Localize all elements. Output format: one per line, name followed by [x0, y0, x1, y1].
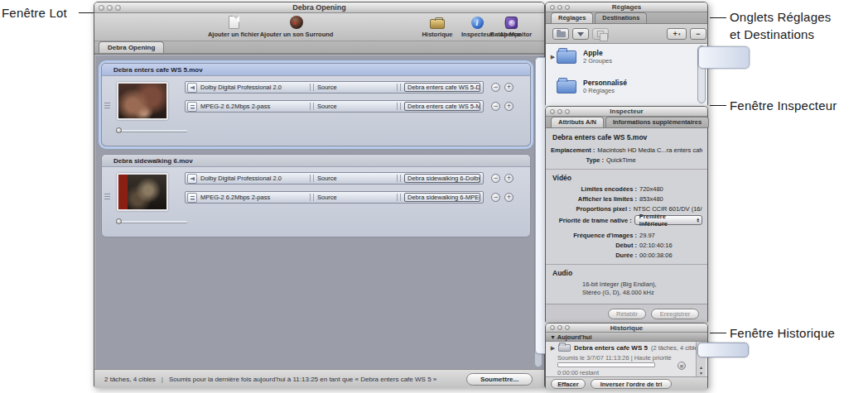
- add-target-button[interactable]: +: [504, 83, 514, 92]
- remove-setting-button[interactable]: −: [690, 28, 706, 40]
- audio-setting-icon: [187, 174, 197, 184]
- job-1-target-1[interactable]: Dolby Digital Professional 2.0 Source De…: [185, 81, 484, 93]
- settings-titlebar[interactable]: Réglages: [546, 2, 707, 12]
- job-1-drag-handle[interactable]: [104, 101, 110, 110]
- field-order-popup[interactable]: Première inférieure ▲▼: [634, 215, 702, 225]
- history-entry[interactable]: ▶ Debra enters cafe WS 5 (2 tâches, 4 ci…: [549, 344, 703, 352]
- remove-target-button[interactable]: −: [491, 174, 500, 183]
- zoom-button[interactable]: [565, 5, 570, 10]
- batch-monitor-icon: [505, 15, 518, 30]
- target-output-filename[interactable]: Debra enters cafe WS 5-MPEG-2 6.2...: [404, 102, 480, 111]
- minimize-button[interactable]: [557, 325, 562, 330]
- job-1-scrubber[interactable]: [116, 127, 187, 133]
- scrollbar-thumb[interactable]: [698, 46, 750, 69]
- close-button[interactable]: [550, 325, 555, 330]
- minus-icon: −: [696, 31, 700, 38]
- job-card-2[interactable]: Debra sidewalking 6.mov Dolby Digital Pr…: [101, 154, 531, 237]
- tab-destinations[interactable]: Destinations: [595, 12, 647, 23]
- disclosure-triangle-icon[interactable]: ▶: [549, 54, 557, 60]
- settings-group-personnalise[interactable]: Personnalisé 0 Réglages: [557, 79, 627, 94]
- tab-reglages[interactable]: Réglages: [551, 12, 593, 23]
- folder-icon: [557, 80, 576, 93]
- field-divider: [397, 175, 401, 182]
- video-section-title: Vidéo: [552, 174, 702, 182]
- zoom-button[interactable]: [565, 325, 570, 330]
- zoom-button[interactable]: [115, 5, 121, 11]
- duplicate-button[interactable]: [592, 28, 609, 40]
- add-surround-button[interactable]: Ajouter un son Surround: [257, 15, 336, 38]
- remove-target-button[interactable]: −: [491, 193, 500, 202]
- minimize-button[interactable]: [557, 5, 562, 10]
- job-2-target-2[interactable]: MPEG-2 6.2Mbps 2-pass Source Debra sidew…: [185, 191, 484, 204]
- window-controls: [550, 325, 570, 330]
- batch-titlebar[interactable]: Debra Opening: [94, 2, 544, 13]
- target-output-filename[interactable]: Debra sidewalking 6-MPEG-2 6.2M...: [404, 193, 480, 202]
- video-setting-icon: [187, 193, 197, 203]
- disclosure-triangle-icon[interactable]: ▶: [549, 345, 557, 352]
- scrubber-knob[interactable]: [116, 127, 122, 133]
- disclosure-triangle-icon[interactable]: ▼: [550, 334, 556, 340]
- filter-button[interactable]: [572, 28, 589, 40]
- inspector-footer: Rétablir Enregistrer: [546, 304, 707, 324]
- batch-scrollbar[interactable]: [534, 56, 542, 367]
- remove-target-button[interactable]: −: [491, 102, 500, 111]
- inspector-window: Inspecteur Attributs A/N Informations su…: [545, 106, 708, 323]
- minimize-button[interactable]: [107, 5, 113, 11]
- settings-group-apple[interactable]: ▶ Apple 2 Groupes: [549, 49, 612, 65]
- revert-button[interactable]: Rétablir: [608, 309, 646, 319]
- frame-rate-label: Fréquence d'images :: [551, 232, 637, 239]
- history-scrollbar[interactable]: ▲ ▼: [696, 342, 706, 376]
- target-output-filename[interactable]: Debra sidewalking 6-Dolby Digital...: [404, 174, 480, 183]
- settings-list: ▶ Apple 2 Groupes Personnalisé 0 Réglage…: [546, 44, 707, 107]
- add-setting-button[interactable]: +▾: [667, 28, 687, 40]
- cancel-icon[interactable]: ✕: [678, 362, 686, 370]
- history-window-title: Historique: [546, 324, 707, 332]
- history-remaining: 0:00:00 restant: [557, 369, 599, 376]
- close-button[interactable]: [550, 109, 555, 114]
- add-target-button[interactable]: +: [504, 174, 514, 183]
- scroll-up-icon[interactable]: ▲: [697, 365, 706, 370]
- save-button[interactable]: Enregistrer: [651, 309, 699, 319]
- add-target-button[interactable]: +: [504, 193, 514, 202]
- inspector-titlebar[interactable]: Inspecteur: [546, 107, 707, 117]
- start-label: Début :: [551, 242, 637, 249]
- job-2-scrubber[interactable]: [116, 218, 187, 224]
- close-button[interactable]: [99, 5, 104, 11]
- job-1-target-2[interactable]: MPEG-2 6.2Mbps 2-pass Source Debra enter…: [185, 100, 484, 113]
- clear-button[interactable]: Effacer: [551, 379, 586, 389]
- batch-monitor-button[interactable]: Batch Monitor: [485, 15, 538, 38]
- scrubber-knob[interactable]: [116, 218, 122, 224]
- history-group-header[interactable]: ▼ Aujourd'hui: [546, 333, 707, 342]
- job-2-target-1[interactable]: Dolby Digital Professional 2.0 Source De…: [185, 172, 484, 185]
- callout-line-inspector: [710, 105, 726, 106]
- submit-button[interactable]: Soumettre...: [466, 373, 533, 386]
- callout-tabs-label: Onglets Réglages et Destinations: [730, 10, 831, 41]
- type-label: Type :: [551, 156, 604, 164]
- scroll-down-icon[interactable]: ▼: [697, 371, 706, 376]
- settings-scrollbar[interactable]: [697, 46, 706, 103]
- tab-attributs-av[interactable]: Attributs A/N: [551, 117, 604, 127]
- history-titlebar[interactable]: Historique: [546, 324, 707, 333]
- history-toolbar-button[interactable]: Historique: [417, 15, 458, 38]
- close-button[interactable]: [550, 5, 555, 10]
- target-output-filename[interactable]: Debra enters cafe WS 5-Dolby Digit...: [404, 83, 480, 92]
- tab-debra-opening[interactable]: Debra Opening: [99, 41, 164, 53]
- inspector-file-name: Debra enters cafe WS 5.mov: [552, 133, 702, 141]
- tab-informations-supplementaires[interactable]: Informations supplémentaires: [605, 117, 709, 127]
- new-group-button[interactable]: [552, 28, 569, 40]
- inspector-tabbar: Attributs A/N Informations supplémentair…: [546, 117, 707, 128]
- zoom-button[interactable]: [565, 109, 570, 114]
- reverse-sort-button[interactable]: Inverser l'ordre de tri: [591, 379, 672, 389]
- remove-target-button[interactable]: −: [491, 83, 500, 92]
- add-target-button[interactable]: +: [504, 102, 514, 111]
- section-divider: [546, 169, 707, 170]
- history-toolbar-label: Historique: [422, 31, 452, 38]
- job-1-thumbnail: [117, 82, 168, 120]
- batch-content-area: Debra enters cafe WS 5.mov Dolby Digital…: [94, 54, 544, 369]
- job-card-1[interactable]: Debra enters cafe WS 5.mov Dolby Digital…: [101, 63, 531, 146]
- job-2-drag-handle[interactable]: [104, 192, 110, 201]
- minimize-button[interactable]: [557, 109, 562, 114]
- scrollbar-thumb[interactable]: [697, 343, 749, 357]
- callout-batch-window-label: Fenêtre Lot: [2, 6, 67, 20]
- callout-line-tabs: [710, 17, 726, 18]
